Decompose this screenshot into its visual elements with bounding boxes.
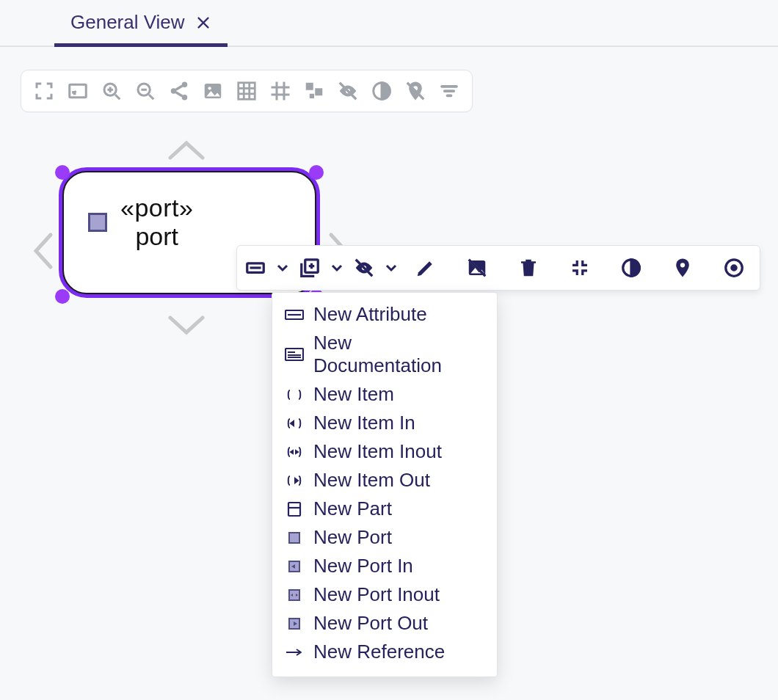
menu-item-new-port-in[interactable]: New Port In: [280, 552, 490, 580]
resize-handle[interactable]: [55, 289, 70, 304]
menu-item-label: New Port Inout: [313, 583, 440, 606]
menu-item-label: New Documentation: [313, 332, 485, 377]
diagram-canvas[interactable]: «port» port New Attribute New Documentat…: [0, 47, 778, 700]
port-in-icon: [284, 558, 305, 575]
menu-item-new-attribute[interactable]: New Attribute: [280, 300, 490, 329]
collapse-icon[interactable]: [554, 245, 606, 291]
menu-item-new-port-inout[interactable]: New Port Inout: [280, 580, 490, 609]
attribute-icon: [284, 307, 305, 323]
edit-icon[interactable]: [400, 245, 451, 291]
menu-item-new-port-out[interactable]: New Port Out: [280, 609, 490, 638]
add-box-icon[interactable]: [291, 245, 328, 291]
node-labels: «port» port: [120, 194, 193, 251]
chevron-down-icon[interactable]: [274, 245, 291, 291]
port-icon: [88, 213, 107, 232]
menu-item-label: New Item Inout: [313, 440, 442, 463]
location-icon[interactable]: [657, 245, 708, 291]
menu-item-new-item-in[interactable]: New Item In: [280, 409, 490, 437]
menu-item-label: New Item In: [313, 412, 415, 434]
svg-rect-25: [288, 503, 300, 516]
tab-label: General View: [70, 11, 185, 34]
port-icon: [284, 530, 305, 546]
menu-item-label: New Reference: [313, 641, 445, 663]
menu-item-label: New Port: [313, 526, 392, 549]
menu-item-label: New Port Out: [313, 612, 428, 635]
container-icon[interactable]: [237, 245, 274, 291]
node-stereotype: «port»: [120, 194, 193, 222]
move-up-icon[interactable]: [164, 137, 208, 164]
visibility-off-icon[interactable]: [346, 245, 382, 291]
target-icon[interactable]: [708, 245, 760, 291]
context-toolbar: [236, 245, 760, 291]
menu-item-new-documentation[interactable]: New Documentation: [280, 329, 490, 380]
port-inout-icon: [284, 587, 305, 603]
menu-item-label: New Item Out: [313, 469, 430, 492]
menu-item-new-item-inout[interactable]: New Item Inout: [280, 437, 490, 466]
delete-icon[interactable]: [503, 245, 554, 291]
image-off-icon[interactable]: [451, 245, 503, 291]
item-out-icon: [284, 473, 305, 489]
node-name: port: [135, 222, 178, 251]
svg-point-22: [732, 266, 736, 270]
tab-general-view[interactable]: General View: [54, 0, 228, 47]
svg-rect-26: [289, 533, 299, 543]
item-in-icon: [284, 415, 305, 431]
menu-item-label: New Part: [313, 497, 392, 520]
item-icon: [284, 387, 305, 403]
reference-icon: [284, 644, 305, 660]
move-down-icon[interactable]: [164, 312, 208, 338]
menu-item-label: New Port In: [313, 555, 413, 577]
resize-handle[interactable]: [55, 165, 70, 180]
tab-strip: General View: [0, 0, 778, 47]
menu-item-new-port[interactable]: New Port: [280, 523, 490, 552]
close-icon[interactable]: [195, 15, 211, 31]
create-menu: New Attribute New Documentation New Item…: [272, 292, 498, 677]
menu-item-new-reference[interactable]: New Reference: [280, 638, 490, 666]
move-left-icon[interactable]: [30, 229, 57, 273]
chevron-down-icon[interactable]: [328, 245, 346, 291]
menu-item-new-item-out[interactable]: New Item Out: [280, 466, 490, 495]
menu-item-label: New Attribute: [313, 303, 427, 326]
svg-point-20: [680, 263, 685, 267]
item-inout-icon: [284, 444, 305, 460]
part-icon: [284, 501, 305, 517]
contrast-icon[interactable]: [606, 245, 657, 291]
documentation-icon: [284, 346, 305, 362]
menu-item-new-item[interactable]: New Item: [280, 380, 490, 409]
node-content: «port» port: [88, 194, 193, 251]
port-out-icon: [284, 616, 305, 632]
chevron-down-icon[interactable]: [382, 245, 400, 291]
menu-item-new-part[interactable]: New Part: [280, 495, 490, 523]
menu-item-label: New Item: [313, 383, 394, 406]
resize-handle[interactable]: [309, 165, 324, 180]
